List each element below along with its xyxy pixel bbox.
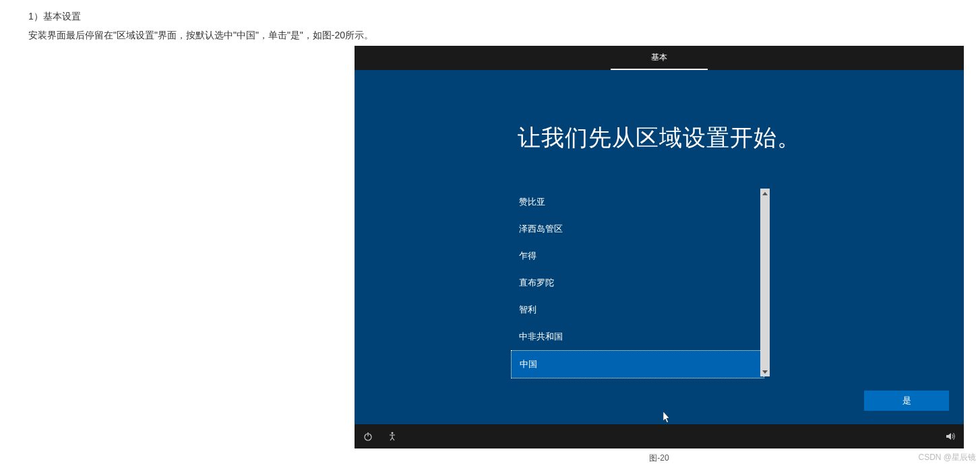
- scroll-down-arrow-icon[interactable]: [760, 367, 770, 376]
- scroll-track[interactable]: [760, 198, 770, 367]
- screenshot-container: 基本 让我们先从区域设置开始。 赞比亚 泽西岛管区 乍得 直布罗陀 智利 中非共…: [355, 46, 964, 448]
- list-item-selected[interactable]: 中国: [511, 350, 764, 378]
- top-bar: 基本: [355, 46, 964, 70]
- list-item[interactable]: 中非共和国: [511, 323, 764, 350]
- article-text: 1）基本设置 安装界面最后停留在"区域设置"界面，按默认选中"中国"，单击"是"…: [28, 7, 373, 44]
- article-heading: 1）基本设置: [28, 7, 373, 26]
- accessibility-icon[interactable]: [387, 431, 398, 442]
- cursor-icon: [663, 411, 671, 424]
- list-item[interactable]: 赞比亚: [511, 189, 764, 215]
- list-item[interactable]: 直布罗陀: [511, 269, 764, 296]
- windows-setup-window: 基本 让我们先从区域设置开始。 赞比亚 泽西岛管区 乍得 直布罗陀 智利 中非共…: [355, 46, 964, 448]
- figure-caption: 图-20: [355, 453, 964, 464]
- region-list[interactable]: 赞比亚 泽西岛管区 乍得 直布罗陀 智利 中非共和国 中国: [511, 189, 764, 376]
- list-item[interactable]: 智利: [511, 296, 764, 323]
- setup-title: 让我们先从区域设置开始。: [355, 123, 964, 154]
- watermark: CSDN @星辰镜: [918, 452, 976, 463]
- svg-marker-0: [762, 192, 768, 195]
- list-item[interactable]: 乍得: [511, 242, 764, 269]
- svg-point-4: [392, 432, 394, 434]
- tab-basic[interactable]: 基本: [611, 46, 708, 70]
- yes-button[interactable]: 是: [864, 391, 949, 411]
- power-icon[interactable]: [363, 431, 373, 442]
- article-body: 安装界面最后停留在"区域设置"界面，按默认选中"中国"，单击"是"，如图-20所…: [28, 26, 373, 44]
- volume-icon[interactable]: [945, 431, 956, 442]
- bottom-bar: [355, 424, 964, 448]
- scroll-up-arrow-icon[interactable]: [760, 189, 770, 198]
- scrollbar[interactable]: [760, 189, 770, 376]
- svg-marker-1: [762, 370, 768, 374]
- list-item[interactable]: 泽西岛管区: [511, 215, 764, 242]
